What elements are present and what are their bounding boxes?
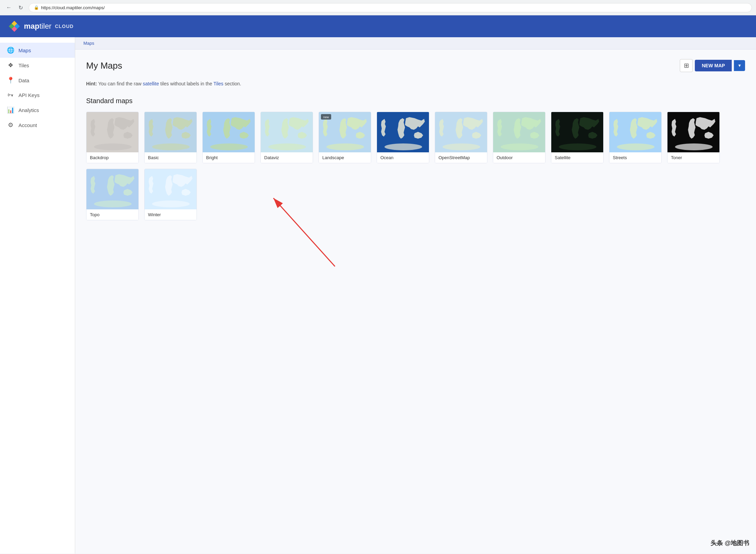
map-grid: Backdrop Basic: [86, 112, 745, 220]
svg-point-30: [94, 200, 132, 207]
map-card-basic[interactable]: Basic: [144, 112, 197, 163]
back-button[interactable]: ←: [4, 3, 14, 12]
svg-text:new: new: [323, 115, 329, 119]
map-thumbnail-svg: [493, 112, 545, 152]
satellite-link[interactable]: satellite: [143, 81, 159, 86]
map-card-bright[interactable]: Bright: [202, 112, 255, 163]
browser-chrome: ← ↻ 🔒 https://cloud.maptiler.com/maps/: [0, 0, 756, 15]
map-thumbnail-svg: new: [319, 112, 371, 152]
svg-point-6: [94, 143, 132, 150]
map-card-topo[interactable]: Topo: [86, 169, 139, 220]
logo-icon: [8, 20, 21, 32]
data-icon: 📍: [7, 77, 14, 84]
map-label-openstreetmap: OpenStreetMap: [435, 152, 487, 163]
sidebar-label-maps: Maps: [18, 47, 31, 53]
map-label-topo: Topo: [86, 209, 138, 220]
svg-point-18: [384, 143, 422, 150]
map-card-satellite[interactable]: Satellite: [551, 112, 604, 163]
svg-point-20: [443, 143, 480, 150]
breadcrumb: Maps: [75, 37, 756, 50]
map-card-openstreetmap[interactable]: OpenStreetMap: [435, 112, 487, 163]
sidebar-item-account[interactable]: ⚙ Account: [0, 117, 75, 133]
map-card-dataviz[interactable]: Dataviz: [260, 112, 313, 163]
svg-point-32: [152, 200, 190, 207]
new-map-button[interactable]: NEW MAP: [695, 60, 732, 71]
browser-nav: ← ↻: [4, 3, 25, 12]
map-card-winter[interactable]: Winter: [144, 169, 197, 220]
map-label-backdrop: Backdrop: [86, 152, 138, 163]
map-card-outdoor[interactable]: Outdoor: [493, 112, 545, 163]
hint-text: Hint: You can find the raw satellite til…: [86, 80, 745, 87]
main-content: Maps My Maps ⊞ NEW MAP ▼ Hint: You can f…: [75, 37, 756, 554]
sidebar-label-api-keys: API Keys: [18, 92, 40, 98]
map-label-toner: Toner: [667, 152, 719, 163]
map-label-satellite: Satellite: [551, 152, 603, 163]
map-thumbnail-svg: [667, 112, 720, 152]
map-thumbnail-svg: [145, 112, 197, 152]
api-keys-icon: 🗝: [7, 92, 14, 99]
sidebar-label-account: Account: [18, 122, 37, 128]
svg-point-28: [675, 143, 713, 150]
logo-text: maptiler: [24, 22, 52, 31]
map-thumbnail-svg: [86, 112, 139, 152]
app-header: maptiler CLOUD: [0, 15, 756, 37]
reload-button[interactable]: ↻: [16, 3, 25, 12]
address-bar[interactable]: 🔒 https://cloud.maptiler.com/maps/: [29, 3, 752, 12]
sidebar: 🌐 Maps ❖ Tiles 📍 Data 🗝 API Keys 📊 Analy…: [0, 37, 75, 554]
url-text: https://cloud.maptiler.com/maps/: [41, 5, 105, 10]
page-header: My Maps ⊞ NEW MAP ▼: [86, 59, 745, 72]
page-content: My Maps ⊞ NEW MAP ▼ Hint: You can find t…: [75, 50, 756, 235]
section-title: Standard maps: [86, 97, 745, 105]
grid-view-button[interactable]: ⊞: [680, 59, 693, 72]
account-icon: ⚙: [7, 121, 14, 129]
map-thumbnail-svg: [145, 169, 197, 209]
app-body: 🌐 Maps ❖ Tiles 📍 Data 🗝 API Keys 📊 Analy…: [0, 37, 756, 554]
map-label-outdoor: Outdoor: [493, 152, 545, 163]
sidebar-label-analytics: Analytics: [18, 107, 39, 113]
map-label-basic: Basic: [145, 152, 197, 163]
map-label-ocean: Ocean: [377, 152, 429, 163]
map-thumbnail-svg: [377, 112, 429, 152]
maps-icon: 🌐: [7, 46, 14, 54]
map-thumbnail-svg: [261, 112, 313, 152]
map-label-winter: Winter: [145, 209, 197, 220]
svg-point-26: [617, 143, 654, 150]
lock-icon: 🔒: [34, 5, 39, 10]
map-card-ocean[interactable]: Ocean: [377, 112, 429, 163]
watermark: 头条 @地图书: [711, 539, 749, 547]
svg-point-22: [501, 143, 538, 150]
map-label-landscape: Landscape: [319, 152, 371, 163]
svg-point-8: [152, 143, 190, 150]
map-label-bright: Bright: [203, 152, 255, 163]
svg-point-12: [268, 143, 306, 150]
map-thumbnail-svg: [609, 112, 662, 152]
map-card-landscape[interactable]: new Landscape: [319, 112, 371, 163]
tiles-link[interactable]: Tiles: [214, 81, 224, 86]
tiles-icon: ❖: [7, 61, 14, 69]
sidebar-item-tiles[interactable]: ❖ Tiles: [0, 58, 75, 73]
map-thumbnail-svg: [86, 169, 139, 209]
sidebar-label-data: Data: [18, 78, 29, 83]
sidebar-item-api-keys[interactable]: 🗝 API Keys: [0, 88, 75, 102]
map-card-streets[interactable]: Streets: [609, 112, 662, 163]
header-actions: ⊞ NEW MAP ▼: [680, 59, 745, 72]
svg-point-14: [326, 143, 364, 150]
map-thumbnail-svg: [551, 112, 604, 152]
sidebar-item-maps[interactable]: 🌐 Maps: [0, 43, 75, 58]
map-label-streets: Streets: [609, 152, 661, 163]
logo-area: maptiler CLOUD: [8, 20, 73, 32]
breadcrumb-text: Maps: [83, 41, 94, 46]
map-card-backdrop[interactable]: Backdrop: [86, 112, 139, 163]
logo-cloud: CLOUD: [55, 24, 74, 29]
analytics-icon: 📊: [7, 106, 14, 114]
sidebar-item-data[interactable]: 📍 Data: [0, 73, 75, 88]
svg-point-24: [559, 143, 596, 150]
hint-prefix: Hint:: [86, 81, 97, 86]
sidebar-label-tiles: Tiles: [18, 63, 29, 68]
new-map-dropdown-button[interactable]: ▼: [734, 60, 745, 71]
sidebar-item-analytics[interactable]: 📊 Analytics: [0, 102, 75, 117]
map-thumbnail-svg: [203, 112, 255, 152]
map-card-toner[interactable]: Toner: [667, 112, 720, 163]
map-thumbnail-svg: [435, 112, 487, 152]
svg-point-10: [210, 143, 248, 150]
